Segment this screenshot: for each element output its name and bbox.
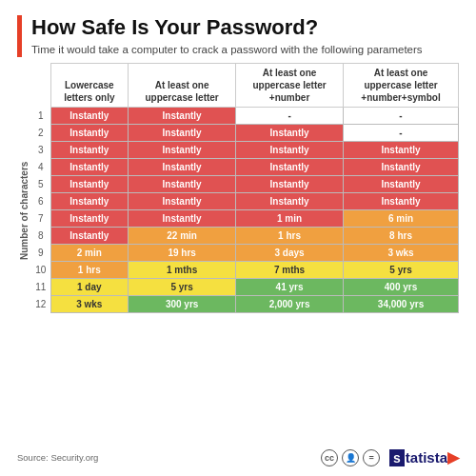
footer: Source: Security.org cc 👤 = statista▶ xyxy=(17,448,459,466)
table-cell: Instantly xyxy=(50,176,129,193)
table-cell: Instantly xyxy=(50,210,129,228)
table-cell: Instantly xyxy=(129,108,236,125)
table-row: 92 min19 hrs3 days3 wks xyxy=(17,245,459,262)
col-header-4: At least oneuppercase letter+number+symb… xyxy=(344,64,459,108)
table-cell: 1 hrs xyxy=(50,262,129,279)
row-number: 8 xyxy=(31,228,50,245)
table-cell: 2,000 yrs xyxy=(236,296,344,313)
title-bar: How Safe Is Your Password? Time it would… xyxy=(17,15,459,57)
table-row: 2InstantlyInstantlyInstantly- xyxy=(17,125,459,142)
cc-icon: cc xyxy=(321,449,338,466)
table-cell: Instantly xyxy=(129,210,236,228)
table-cell: - xyxy=(236,108,344,125)
table-cell: Instantly xyxy=(344,159,459,176)
table-cell: Instantly xyxy=(129,142,236,159)
statista-logo: statista▶ xyxy=(389,448,459,466)
table-cell: Instantly xyxy=(50,108,129,125)
table-row: 7InstantlyInstantly1 min6 min xyxy=(17,210,459,228)
table-cell: 8 hrs xyxy=(344,228,459,245)
table-row: 8Instantly22 min1 hrs8 hrs xyxy=(17,228,459,245)
table-cell: Instantly xyxy=(129,159,236,176)
table-cell: 1 hrs xyxy=(236,228,344,245)
table-cell: 3 wks xyxy=(344,245,459,262)
row-number: 12 xyxy=(31,296,50,313)
table-cell: Instantly xyxy=(50,142,129,159)
table-cell: 41 yrs xyxy=(236,279,344,296)
table-cell: 1 mths xyxy=(129,262,236,279)
page-subtitle: Time it would take a computer to crack a… xyxy=(31,42,423,57)
row-number: 3 xyxy=(31,142,50,159)
table-cell: Instantly xyxy=(129,125,236,142)
row-number: 5 xyxy=(31,176,50,193)
table-row: 4InstantlyInstantlyInstantlyInstantly xyxy=(17,159,459,176)
table-cell: 2 min xyxy=(50,245,129,262)
table-row: 3InstantlyInstantlyInstantlyInstantly xyxy=(17,142,459,159)
table-cell: 300 yrs xyxy=(129,296,236,313)
table-cell: Instantly xyxy=(344,176,459,193)
row-number: 4 xyxy=(31,159,50,176)
row-number: 10 xyxy=(31,262,50,279)
table-cell: 7 mths xyxy=(236,262,344,279)
table-cell: 19 hrs xyxy=(129,245,236,262)
table-cell: Instantly xyxy=(50,228,129,245)
table-cell: 1 min xyxy=(236,210,344,228)
table-cell: - xyxy=(344,125,459,142)
table-cell: Instantly xyxy=(344,193,459,210)
table-cell: Instantly xyxy=(236,142,344,159)
table-cell: Instantly xyxy=(236,176,344,193)
equals-icon: = xyxy=(363,449,380,466)
table-cell: 1 day xyxy=(50,279,129,296)
col-header-1: Lowercaseletters only xyxy=(50,64,129,108)
person-icon: 👤 xyxy=(342,449,359,466)
table-cell: 6 min xyxy=(344,210,459,228)
table-row: 6InstantlyInstantlyInstantlyInstantly xyxy=(17,193,459,210)
source-text: Source: Security.org xyxy=(17,452,98,463)
main-container: How Safe Is Your Password? Time it would… xyxy=(0,0,476,476)
row-num-header xyxy=(31,64,50,108)
row-number: 1 xyxy=(31,108,50,125)
table-row: 111 day5 yrs41 yrs400 yrs xyxy=(17,279,459,296)
table-cell: Instantly xyxy=(129,176,236,193)
side-label-header xyxy=(17,64,31,108)
side-label: Number of characters xyxy=(17,108,31,313)
table-cell: Instantly xyxy=(50,193,129,210)
title-text: How Safe Is Your Password? Time it would… xyxy=(31,15,423,57)
footer-right: cc 👤 = statista▶ xyxy=(321,448,459,466)
password-table: Lowercaseletters only At least oneupperc… xyxy=(17,63,459,313)
table-row: 101 hrs1 mths7 mths5 yrs xyxy=(17,262,459,279)
accent-bar xyxy=(17,15,22,57)
table-cell: 400 yrs xyxy=(344,279,459,296)
table-cell: Instantly xyxy=(344,142,459,159)
table-cell: Instantly xyxy=(50,125,129,142)
row-number: 9 xyxy=(31,245,50,262)
table-cell: 5 yrs xyxy=(344,262,459,279)
page-title: How Safe Is Your Password? xyxy=(31,15,423,40)
table-cell: Instantly xyxy=(236,193,344,210)
row-number: 11 xyxy=(31,279,50,296)
cc-icons: cc 👤 = xyxy=(321,449,380,466)
statista-arrow: ▶ xyxy=(447,448,459,466)
row-number: 6 xyxy=(31,193,50,210)
col-header-3: At least oneuppercase letter+number xyxy=(236,64,344,108)
table-cell: Instantly xyxy=(236,125,344,142)
table-cell: Instantly xyxy=(129,193,236,210)
table-row: 5InstantlyInstantlyInstantlyInstantly xyxy=(17,176,459,193)
table-cell: - xyxy=(344,108,459,125)
table-header-row: Lowercaseletters only At least oneupperc… xyxy=(17,64,459,108)
row-number: 7 xyxy=(31,210,50,228)
table-cell: 34,000 yrs xyxy=(344,296,459,313)
table-row: 123 wks300 yrs2,000 yrs34,000 yrs xyxy=(17,296,459,313)
row-number: 2 xyxy=(31,125,50,142)
table-wrapper: Lowercaseletters only At least oneupperc… xyxy=(17,63,459,443)
table-cell: 22 min xyxy=(129,228,236,245)
table-cell: Instantly xyxy=(50,159,129,176)
col-header-2: At least oneuppercase letter xyxy=(129,64,236,108)
table-cell: 3 days xyxy=(236,245,344,262)
table-row: Number of characters1InstantlyInstantly-… xyxy=(17,108,459,125)
table-cell: 3 wks xyxy=(50,296,129,313)
table-cell: 5 yrs xyxy=(129,279,236,296)
table-cell: Instantly xyxy=(236,159,344,176)
